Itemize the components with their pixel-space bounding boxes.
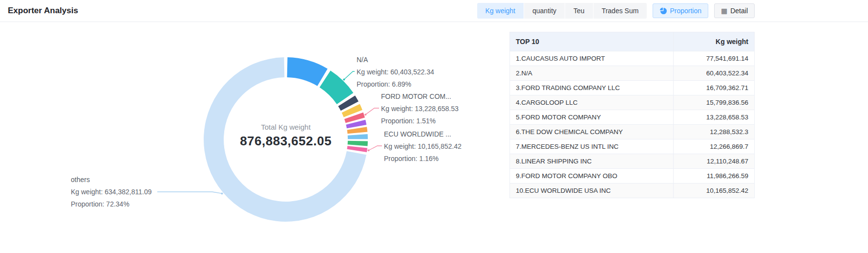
exporter-name: 1.CAUCASUS AUTO IMPORT bbox=[510, 51, 674, 66]
callout-title: ECU WORLDWIDE ... bbox=[384, 128, 462, 140]
callout-ford-motor: FORD MOTOR COM... Kg weight: 13,228,658.… bbox=[381, 91, 459, 127]
kg-weight-value: 15,799,836.56 bbox=[674, 95, 755, 110]
callout-leader-line bbox=[157, 192, 222, 193]
callout-leader-dot bbox=[364, 114, 366, 115]
callout-title: others bbox=[71, 174, 152, 186]
metric-tab-group: Kg weightquantityTeuTrades Sum bbox=[477, 3, 647, 19]
proportion-view-button[interactable]: Proportion bbox=[653, 3, 708, 18]
tab-quantity[interactable]: quantity bbox=[524, 3, 565, 19]
kg-weight-value: 12,110,248.67 bbox=[674, 154, 755, 169]
kg-weight-value: 60,403,522.34 bbox=[674, 66, 755, 81]
exporter-name: 9.FORD MOTOR COMPANY OBO bbox=[510, 169, 674, 184]
exporter-name: 5.FORD MOTOR COMPANY bbox=[510, 110, 674, 125]
kg-weight-value: 10,165,852.42 bbox=[674, 184, 755, 198]
tab-teu[interactable]: Teu bbox=[565, 3, 593, 19]
callout-title: FORD MOTOR COM... bbox=[381, 91, 459, 103]
callout-others: others Kg weight: 634,382,811.09 Proport… bbox=[71, 174, 152, 210]
callout-leader-dot bbox=[221, 192, 223, 194]
callout-na: N/A Kg weight: 60,403,522.34 Proportion:… bbox=[357, 54, 434, 91]
chart-center-label: Total Kg weight 876,883,652.05 bbox=[212, 123, 359, 149]
callout-kg-weight: Kg weight: 60,403,522.34 bbox=[357, 66, 434, 78]
table-row: 7.MERCEDES-BENZ US INTL INC12,266,869.7 bbox=[510, 139, 755, 154]
callout-kg-weight: Kg weight: 10,165,852.42 bbox=[384, 140, 462, 153]
page-title: Exporter Analysis bbox=[8, 6, 78, 16]
table-row: 5.FORD MOTOR COMPANY13,228,658.53 bbox=[510, 110, 755, 125]
exporter-name: 7.MERCEDES-BENZ US INTL INC bbox=[510, 139, 674, 154]
callout-kg-weight: Kg weight: 634,382,811.09 bbox=[71, 186, 152, 198]
proportion-view-label: Proportion bbox=[670, 7, 701, 15]
table-header-row: TOP 10 Kg weight bbox=[510, 32, 755, 51]
table-row: 3.FORD TRADING COMPANY LLC16,709,362.71 bbox=[510, 81, 755, 95]
table-row: 4.CARGOLOOP LLC15,799,836.56 bbox=[510, 95, 755, 110]
table-row: 8.LINEAR SHIPPING INC12,110,248.67 bbox=[510, 154, 755, 169]
table-row: 2.N/A60,403,522.34 bbox=[510, 66, 755, 81]
table-row: 1.CAUCASUS AUTO IMPORT77,541,691.14 bbox=[510, 51, 755, 66]
callout-title: N/A bbox=[357, 54, 434, 66]
table-row: 10.ECU WORLDWIDE USA INC10,165,852.42 bbox=[510, 184, 755, 198]
kg-weight-value: 77,541,691.14 bbox=[674, 51, 755, 66]
panel-header: Exporter Analysis Kg weightquantityTeuTr… bbox=[0, 0, 868, 22]
pie-chart-icon bbox=[659, 7, 667, 15]
callout-proportion: Proportion: 72.34% bbox=[71, 198, 152, 210]
kg-weight-value: 13,228,658.53 bbox=[674, 110, 755, 125]
kg-weight-value: 16,709,362.71 bbox=[674, 81, 755, 95]
callout-leader-line bbox=[365, 108, 379, 115]
detail-view-label: Detail bbox=[730, 7, 748, 15]
chart-center-title: Total Kg weight bbox=[212, 123, 359, 131]
table-grid-icon: ▦ bbox=[721, 7, 727, 14]
donut-chart: Total Kg weight 876,883,652.05 N/A Kg we… bbox=[0, 22, 508, 253]
callout-ecu-worldwide: ECU WORLDWIDE ... Kg weight: 10,165,852.… bbox=[384, 128, 462, 165]
top10-header: TOP 10 bbox=[510, 32, 674, 51]
callout-proportion: Proportion: 1.16% bbox=[384, 153, 462, 165]
exporter-name: 10.ECU WORLDWIDE USA INC bbox=[510, 184, 674, 198]
table-row: 6.THE DOW CHEMICAL COMPANY12,288,532.3 bbox=[510, 125, 755, 139]
top10-table: TOP 10 Kg weight 1.CAUCASUS AUTO IMPORT7… bbox=[509, 32, 755, 198]
exporter-name: 4.CARGOLOOP LLC bbox=[510, 95, 674, 110]
exporter-name: 2.N/A bbox=[510, 66, 674, 81]
callout-proportion: Proportion: 1.51% bbox=[381, 115, 459, 127]
kg-weight-value: 12,288,532.3 bbox=[674, 125, 755, 139]
exporter-name: 6.THE DOW CHEMICAL COMPANY bbox=[510, 125, 674, 139]
panel-content: Total Kg weight 876,883,652.05 N/A Kg we… bbox=[0, 22, 868, 253]
exporter-name: 3.FORD TRADING COMPANY LLC bbox=[510, 81, 674, 95]
exporter-analysis-panel: Exporter Analysis Kg weightquantityTeuTr… bbox=[0, 0, 868, 253]
kg-weight-header: Kg weight bbox=[674, 32, 755, 51]
pie-slice-caucasus-auto-import[interactable] bbox=[287, 57, 328, 86]
tab-trades-sum[interactable]: Trades Sum bbox=[593, 3, 647, 19]
chart-center-value: 876,883,652.05 bbox=[212, 134, 359, 149]
exporter-name: 8.LINEAR SHIPPING INC bbox=[510, 154, 674, 169]
callout-leader-line bbox=[344, 71, 355, 79]
callout-proportion: Proportion: 6.89% bbox=[357, 78, 434, 91]
callout-leader-dot bbox=[368, 149, 370, 151]
tab-kg-weight[interactable]: Kg weight bbox=[477, 3, 524, 19]
kg-weight-value: 11,986,266.59 bbox=[674, 169, 755, 184]
callout-kg-weight: Kg weight: 13,228,658.53 bbox=[381, 103, 459, 115]
callout-leader-dot bbox=[343, 78, 345, 80]
header-controls: Kg weightquantityTeuTrades Sum Proportio… bbox=[477, 3, 755, 19]
detail-view-button[interactable]: ▦ Detail bbox=[714, 3, 755, 18]
kg-weight-value: 12,266,869.7 bbox=[674, 139, 755, 154]
table-row: 9.FORD MOTOR COMPANY OBO11,986,266.59 bbox=[510, 169, 755, 184]
callout-leader-line bbox=[369, 146, 382, 150]
